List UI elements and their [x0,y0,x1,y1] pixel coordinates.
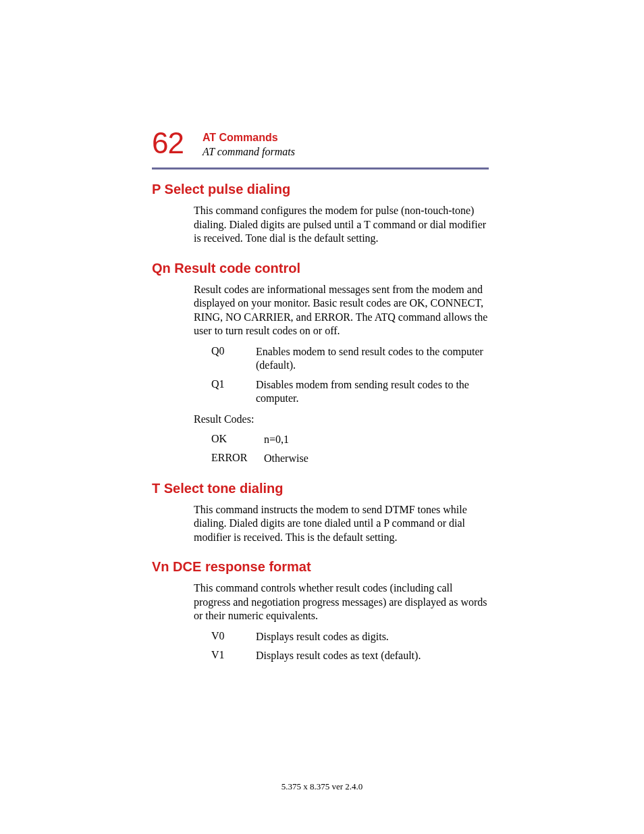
section-body-p-select: This command configures the modem for pu… [194,204,489,245]
result-code-desc: Otherwise [264,452,489,465]
qn-options-list: Q0 Enables modem to send result codes to… [194,345,489,406]
header-rule [152,167,489,170]
result-codes-label: Result Codes: [194,413,489,426]
body-text: This command controls whether result cod… [194,581,489,623]
section-heading-t-select: T Select tone dialing [152,481,489,496]
body-text: Result codes are informational messages … [194,283,489,338]
result-code-term: ERROR [211,452,264,465]
list-item: Q1 Disables modem from sending result co… [211,378,489,406]
header-titles: AT Commands AT command formats [203,128,295,158]
vn-options-list: V0 Displays result codes as digits. V1 D… [194,630,489,663]
list-item: V0 Displays result codes as digits. [211,630,489,644]
page-header: 62 AT Commands AT command formats [152,128,489,158]
section-heading-p-select: P Select pulse dialing [152,182,489,197]
list-item: ERROR Otherwise [211,452,489,465]
body-text: This command configures the modem for pu… [194,204,489,245]
section-body-vn-dce: This command controls whether result cod… [194,581,489,662]
result-codes-list: OK n=0,1 ERROR Otherwise [194,433,489,466]
option-desc: Displays result codes as digits. [256,630,489,644]
option-desc: Displays result codes as text (default). [256,649,489,662]
body-text: This command instructs the modem to send… [194,503,489,544]
page-footer: 5.375 x 8.375 ver 2.4.0 [0,781,644,792]
section-heading-vn-dce: Vn DCE response format [152,559,489,575]
result-code-desc: n=0,1 [264,433,489,446]
option-term: V1 [211,649,256,662]
result-code-term: OK [211,433,264,446]
option-term: V0 [211,630,256,644]
option-term: Q1 [211,378,256,406]
section-body-qn-result: Result codes are informational messages … [194,283,489,466]
section-body-t-select: This command instructs the modem to send… [194,503,489,544]
option-term: Q0 [211,345,256,373]
document-page: 62 AT Commands AT command formats P Sele… [0,0,644,834]
page-number: 62 [152,128,184,158]
option-desc: Enables modem to send result codes to th… [256,345,489,373]
chapter-subtitle: AT command formats [203,145,295,158]
section-heading-qn-result: Qn Result code control [152,261,489,276]
option-desc: Disables modem from sending result codes… [256,378,489,406]
chapter-title: AT Commands [203,131,295,144]
list-item: Q0 Enables modem to send result codes to… [211,345,489,373]
list-item: OK n=0,1 [211,433,489,446]
list-item: V1 Displays result codes as text (defaul… [211,649,489,662]
